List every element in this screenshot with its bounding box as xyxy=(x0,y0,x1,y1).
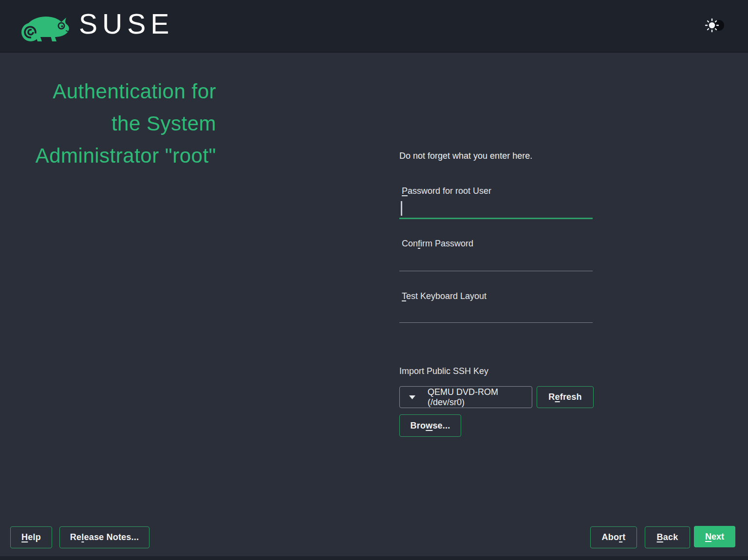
page-title-line: Authentication for xyxy=(10,75,216,108)
confirm-password-label: Confirm Password xyxy=(402,239,473,249)
bottom-edge-strip xyxy=(0,556,748,560)
text-cursor xyxy=(401,201,402,216)
next-button[interactable]: Next xyxy=(694,526,735,547)
test-keyboard-label: Test Keyboard Layout xyxy=(402,291,486,301)
page-title-line: the System xyxy=(10,108,216,140)
theme-toggle-button[interactable] xyxy=(703,15,729,36)
chevron-down-icon xyxy=(409,395,415,399)
password-label: Password for root User xyxy=(402,186,491,196)
refresh-button[interactable]: Refresh xyxy=(537,386,594,408)
page-title-line: Administrator "root" xyxy=(10,140,216,172)
abort-button[interactable]: Abort xyxy=(590,526,637,548)
ssh-key-source-value: QEMU DVD-ROM (/dev/sr0) xyxy=(428,387,532,408)
import-ssh-key-label: Import Public SSH Key xyxy=(399,366,488,376)
back-button[interactable]: Back xyxy=(645,526,690,548)
suse-wordmark: SUSE xyxy=(79,8,174,40)
confirm-password-input[interactable] xyxy=(399,250,593,271)
ssh-key-source-dropdown[interactable]: QEMU DVD-ROM (/dev/sr0) xyxy=(399,386,532,408)
test-keyboard-input[interactable] xyxy=(399,301,593,323)
browse-button[interactable]: Browse... xyxy=(399,414,461,437)
help-button[interactable]: Help xyxy=(10,526,52,548)
sun-moon-icon xyxy=(703,15,729,36)
header-bar: SUSE xyxy=(0,0,748,53)
hint-text: Do not forget what you enter here. xyxy=(399,151,532,161)
release-notes-button[interactable]: Release Notes... xyxy=(59,526,150,548)
password-input[interactable] xyxy=(399,198,593,219)
page-title: Authentication for the System Administra… xyxy=(10,75,216,172)
suse-chameleon-icon xyxy=(18,11,74,43)
installer-window: SUSE Authentication for the Syste xyxy=(0,0,748,560)
